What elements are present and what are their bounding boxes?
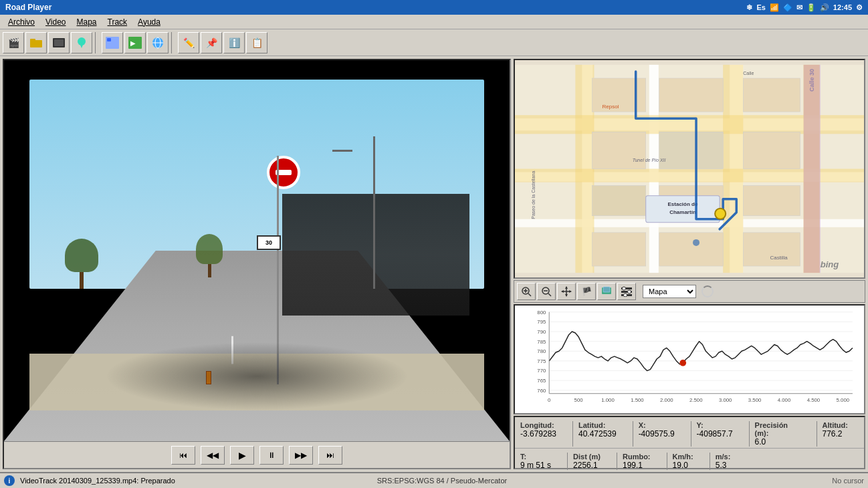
map-type-dropdown[interactable]: Mapa Satélite Híbrido xyxy=(643,285,696,298)
data-x: X: -409575.9 xyxy=(639,421,685,439)
svg-text:Estación de: Estación de xyxy=(667,201,698,207)
menu-video-label: Video xyxy=(45,17,66,27)
data-sep3 xyxy=(691,421,691,447)
map-zoom-in-button[interactable] xyxy=(517,283,536,300)
svg-rect-25 xyxy=(592,78,645,112)
map-settings-button[interactable] xyxy=(617,283,636,300)
svg-text:790: 790 xyxy=(537,329,546,335)
svg-text:Chamartín: Chamartín xyxy=(669,209,696,215)
tb-open-video[interactable]: 🎬 xyxy=(3,32,24,53)
right-panel: Estación de Chamartín Tunel de Pío XII P… xyxy=(514,59,865,469)
map-layers-button[interactable] xyxy=(597,283,616,300)
data-sep6 xyxy=(567,453,568,470)
app-title: Road Player xyxy=(5,3,51,12)
map-move-button[interactable] xyxy=(557,283,576,300)
svg-rect-27 xyxy=(659,78,723,112)
svg-text:bing: bing xyxy=(821,259,839,269)
rewind-button[interactable]: ◀◀ xyxy=(201,446,225,465)
svg-text:785: 785 xyxy=(537,339,546,345)
keyboard-icon: Es xyxy=(756,3,765,11)
svg-rect-23 xyxy=(575,65,594,273)
tb-pin[interactable]: 📌 xyxy=(201,32,222,53)
tb-screenshot[interactable] xyxy=(48,32,70,53)
svg-text:▶: ▶ xyxy=(130,39,136,47)
svg-rect-7 xyxy=(107,38,111,41)
data-sep8 xyxy=(667,453,667,470)
tb-export[interactable]: ▶ xyxy=(124,32,146,53)
svg-rect-35 xyxy=(659,233,723,266)
bluetooth-icon: 🔷 xyxy=(783,3,792,12)
elevation-svg: 800 795 790 785 780 775 770 765 760 0 50… xyxy=(515,306,864,413)
svg-rect-64 xyxy=(603,287,610,292)
map-loading-spinner xyxy=(701,285,714,297)
svg-rect-34 xyxy=(592,233,645,266)
play-button[interactable]: ▶ xyxy=(230,446,254,465)
svg-rect-24 xyxy=(723,65,743,273)
map-zoom-out-button[interactable] xyxy=(537,283,556,300)
menu-video[interactable]: Video xyxy=(40,16,71,28)
menu-ayuda[interactable]: Ayuda xyxy=(132,16,166,28)
tb-zoom-window[interactable] xyxy=(102,32,123,53)
map-flag-button[interactable]: 🏴 xyxy=(577,283,596,300)
data-sep9 xyxy=(710,453,710,470)
data-longitud: Longitud: -3.679283 xyxy=(520,421,567,439)
tb-details[interactable]: 📋 xyxy=(246,32,267,53)
data-dist: Dist (m) 2256.1 xyxy=(573,453,611,470)
data-precision: Precisión (m): 6.0 xyxy=(755,421,811,447)
video-camera-mount xyxy=(105,342,409,411)
titlebar: Road Player ❄ Es 📶 🔷 ✉ 🔋 🔊 12:45 ⚙ xyxy=(0,0,868,15)
svg-text:760: 760 xyxy=(537,388,546,394)
map-area: Estación de Chamartín Tunel de Pío XII P… xyxy=(514,59,865,279)
status-right-text: No cursor xyxy=(586,477,864,485)
tb-map-marker[interactable] xyxy=(71,32,92,53)
status-left-text: VideoTrack 20140309_125339.mp4: Preparad… xyxy=(20,477,298,485)
svg-marker-5 xyxy=(80,43,84,48)
data-t: T: 9 m 51 s xyxy=(520,453,562,470)
svg-marker-59 xyxy=(565,286,568,289)
menu-mapa[interactable]: Mapa xyxy=(72,16,102,28)
svg-rect-30 xyxy=(743,132,800,168)
data-sep1 xyxy=(572,421,573,447)
data-ms: m/s: 5.3 xyxy=(716,453,742,470)
menubar: Archivo Video Mapa Track Ayuda xyxy=(0,15,868,29)
svg-text:3.000: 3.000 xyxy=(719,397,732,403)
svg-text:1.000: 1.000 xyxy=(601,397,615,403)
menu-archivo[interactable]: Archivo xyxy=(3,16,40,28)
svg-text:800: 800 xyxy=(537,310,546,316)
video-frame: 30 xyxy=(4,60,510,441)
video-no-entry-sign xyxy=(267,156,300,189)
svg-text:1.500: 1.500 xyxy=(631,397,644,403)
map-toolbar: 🏴 Mapa Satélite Híbrido xyxy=(514,280,865,303)
data-latitud: Latitud: 40.472539 xyxy=(578,421,627,439)
svg-point-68 xyxy=(623,287,626,290)
data-row2: T: 9 m 51 s Dist (m) 2256.1 Rumbo: 199.1… xyxy=(515,450,864,473)
svg-rect-33 xyxy=(743,186,800,216)
elevation-chart: 800 795 790 785 780 775 770 765 760 0 50… xyxy=(514,304,865,414)
svg-text:795: 795 xyxy=(537,319,546,325)
menu-archivo-label: Archivo xyxy=(8,17,35,27)
titlebar-icons: ❄ Es 📶 🔷 ✉ 🔋 🔊 12:45 ⚙ xyxy=(746,3,863,12)
wifi-icon: 📶 xyxy=(770,3,779,12)
svg-text:775: 775 xyxy=(537,358,546,364)
svg-point-101 xyxy=(679,360,686,366)
mail-icon: ✉ xyxy=(796,3,802,12)
skip-to-start-button[interactable]: ⏮ xyxy=(171,446,195,465)
map-svg: Estación de Chamartín Tunel de Pío XII P… xyxy=(515,60,864,277)
tb-info-small[interactable]: ℹ️ xyxy=(223,32,245,53)
pause-button[interactable]: ⏸ xyxy=(259,446,284,465)
svg-text:Tunel de Pío XII: Tunel de Pío XII xyxy=(633,158,666,162)
tb-globe[interactable] xyxy=(147,32,169,53)
status-center-text: SRS:EPSG:WGS 84 / Pseudo-Mercator xyxy=(303,477,580,485)
svg-marker-60 xyxy=(565,294,568,297)
forward-button[interactable]: ▶▶ xyxy=(289,446,313,465)
volume-icon: 🔊 xyxy=(820,3,829,12)
tb-pencil[interactable]: ✏️ xyxy=(178,32,199,53)
svg-text:5.000: 5.000 xyxy=(837,397,850,403)
svg-rect-26 xyxy=(592,132,645,168)
svg-text:2.500: 2.500 xyxy=(689,397,703,403)
svg-text:4.500: 4.500 xyxy=(807,397,821,403)
tb-open-folder[interactable] xyxy=(25,32,47,53)
menu-track[interactable]: Track xyxy=(102,16,133,28)
skip-to-end-button[interactable]: ⏭ xyxy=(318,446,342,465)
svg-marker-61 xyxy=(561,290,564,293)
